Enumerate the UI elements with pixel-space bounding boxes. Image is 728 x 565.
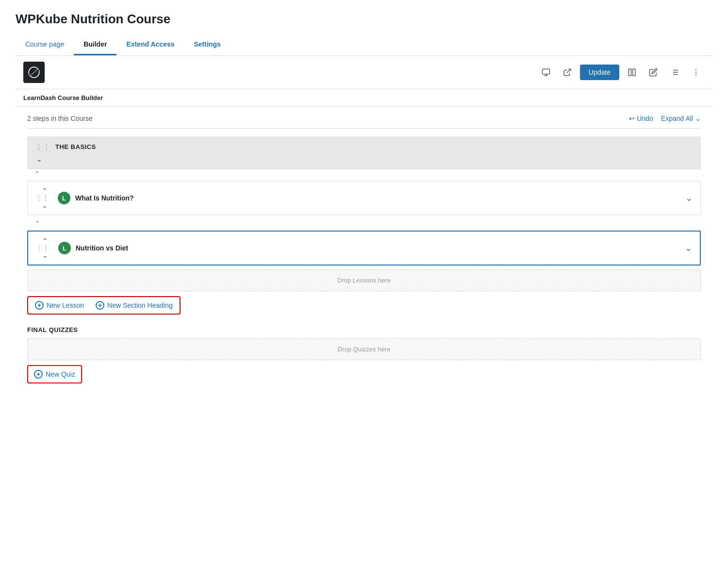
page-title: WPKube Nutrition Course	[16, 12, 712, 27]
section-header: ⋮⋮ THE BASICS	[35, 142, 693, 151]
lesson-item-wrapper-1: ⌃ ⌃ ⋮⋮ ⌄ L What Is Nutrition? ⌄	[27, 169, 701, 215]
chevron-down-icon-2[interactable]: ⌄	[42, 252, 48, 259]
list-view-button[interactable]	[666, 64, 683, 81]
lesson-up-icon-2[interactable]: ⌃	[35, 220, 40, 227]
svg-point-14	[695, 74, 696, 75]
add-buttons-container: + New Lesson + New Section Heading	[27, 296, 701, 315]
desktop-view-button[interactable]	[537, 64, 555, 81]
steps-header: 2 steps in this Course ↩ Undo Expand All…	[27, 115, 701, 129]
more-options-button[interactable]	[687, 64, 705, 81]
tab-course-page[interactable]: Course page	[16, 34, 74, 55]
section-the-basics: ⋮⋮ THE BASICS ⌄	[27, 136, 701, 169]
drop-quizzes-zone: Drop Quizzes here	[27, 338, 701, 360]
drag-handle-icon[interactable]: ⋮⋮	[35, 142, 50, 151]
new-lesson-label: New Lesson	[47, 301, 84, 309]
chevron-down-icon: ⌄	[695, 115, 701, 122]
svg-rect-0	[542, 69, 549, 74]
new-quiz-wrapper: + New Quiz	[27, 365, 82, 383]
final-quizzes-section: FINAL QUIZZES Drop Quizzes here + New Qu…	[27, 326, 701, 383]
new-section-heading-label: New Section Heading	[107, 301, 173, 309]
lesson-title-1: What Is Nutrition?	[75, 194, 685, 202]
edit-icon	[649, 68, 658, 77]
lesson-up-icon-1[interactable]: ⌃	[35, 170, 40, 177]
drag-handle-lesson-1[interactable]: ⋮⋮	[35, 194, 49, 202]
tab-extend-access[interactable]: Extend Access	[116, 34, 184, 55]
svg-line-3	[566, 69, 570, 73]
columns-icon	[628, 68, 636, 77]
svg-rect-5	[633, 69, 635, 76]
chevron-down-icon-1[interactable]: ⌄	[42, 202, 48, 209]
tab-builder[interactable]: Builder	[74, 34, 116, 55]
new-section-heading-button[interactable]: + New Section Heading	[96, 301, 173, 310]
new-lesson-icon: +	[35, 301, 44, 310]
final-quizzes-title: FINAL QUIZZES	[27, 326, 701, 333]
new-lesson-button[interactable]: + New Lesson	[35, 301, 84, 310]
more-icon	[692, 68, 700, 77]
lesson-badge-1: L	[58, 192, 70, 204]
expand-all-label: Expand All	[661, 115, 693, 122]
wordpress-logo	[23, 62, 45, 83]
lesson-expand-icon-1[interactable]: ⌄	[685, 193, 693, 203]
drop-lessons-label: Drop Lessons here	[337, 277, 391, 284]
drop-quizzes-label: Drop Quizzes here	[338, 346, 390, 353]
new-section-icon: +	[96, 301, 104, 310]
svg-point-13	[695, 72, 696, 73]
column-view-button[interactable]	[623, 64, 641, 81]
section-title: THE BASICS	[55, 143, 96, 150]
chevron-up-icon-1[interactable]: ⌃	[42, 187, 48, 194]
steps-count: 2 steps in this Course	[27, 115, 93, 122]
list-icon	[670, 68, 679, 77]
undo-button[interactable]: ↩ Undo	[629, 115, 653, 122]
chevron-up-icon-2[interactable]: ⌃	[42, 237, 48, 244]
drop-lessons-zone: Drop Lessons here	[27, 269, 701, 291]
lesson-item-1: ⌃ ⋮⋮ ⌄ L What Is Nutrition? ⌄	[27, 181, 701, 215]
lesson-badge-2: L	[58, 242, 71, 254]
lesson-item-wrapper-2: ⌃ ⌃ ⋮⋮ ⌄ L Nutrition vs Diet ⌄	[27, 219, 701, 266]
svg-rect-4	[629, 69, 631, 76]
external-link-icon	[563, 68, 572, 77]
lesson-item-2: ⌃ ⋮⋮ ⌄ L Nutrition vs Diet ⌄	[27, 231, 701, 266]
edit-button[interactable]	[645, 64, 662, 81]
tabs-bar: Course page Builder Extend Access Settin…	[16, 34, 712, 56]
steps-actions: ↩ Undo Expand All ⌄	[629, 115, 701, 122]
new-quiz-label: New Quiz	[46, 370, 75, 378]
lesson-title-2: Nutrition vs Diet	[76, 244, 685, 252]
new-quiz-button[interactable]: + New Quiz	[28, 366, 81, 382]
builder-label: LearnDash Course Builder	[16, 89, 712, 107]
editor-toolbar: Update	[16, 56, 712, 89]
undo-label: Undo	[637, 115, 653, 122]
update-button[interactable]: Update	[580, 65, 619, 80]
lesson-nav-1: ⌃ ⋮⋮ ⌄	[35, 187, 54, 209]
lesson-expand-icon-2[interactable]: ⌄	[685, 243, 692, 253]
tab-settings[interactable]: Settings	[184, 34, 231, 55]
svg-point-12	[695, 69, 696, 70]
course-builder: 2 steps in this Course ↩ Undo Expand All…	[16, 107, 712, 391]
drag-handle-lesson-2[interactable]: ⋮⋮	[36, 244, 50, 252]
lesson-nav-2: ⌃ ⋮⋮ ⌄	[36, 237, 54, 259]
section-collapse-icon[interactable]: ⌄	[36, 154, 693, 164]
undo-icon: ↩	[629, 115, 635, 122]
desktop-icon	[542, 68, 550, 77]
expand-all-button[interactable]: Expand All ⌄	[661, 115, 701, 122]
wp-logo-icon	[27, 66, 41, 79]
new-quiz-icon: +	[34, 370, 43, 379]
external-link-button[interactable]	[559, 64, 576, 81]
